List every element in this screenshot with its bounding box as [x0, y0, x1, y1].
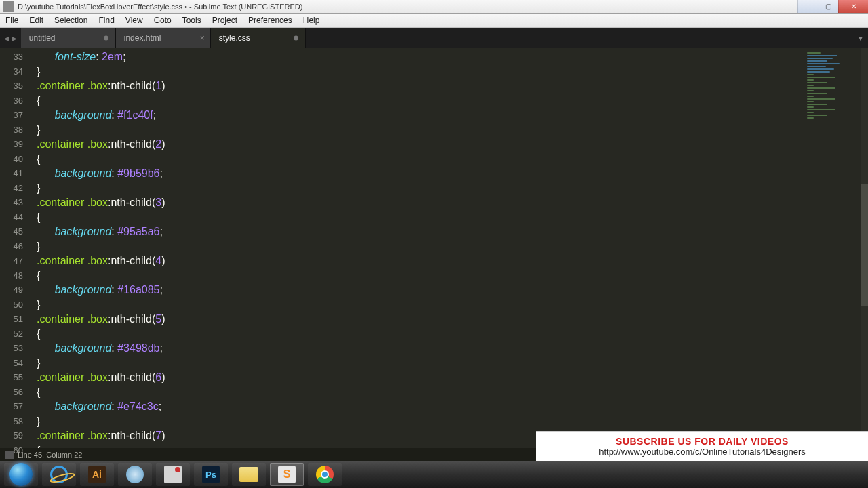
- menu-view[interactable]: View: [120, 14, 149, 27]
- code-line[interactable]: background: #f1c40f;: [37, 108, 868, 123]
- line-number: 49: [0, 283, 23, 298]
- tab-label: untitled: [29, 33, 56, 43]
- line-number-gutter: 3334353637383940414243444546474849505152…: [0, 48, 30, 448]
- menu-find[interactable]: Find: [93, 14, 119, 27]
- menu-help[interactable]: Help: [298, 14, 326, 27]
- tab-style-css[interactable]: style.css: [211, 28, 306, 48]
- line-number: 57: [0, 399, 23, 414]
- menu-selection[interactable]: Selection: [49, 14, 93, 27]
- ie-icon: [50, 466, 68, 483]
- minimize-button[interactable]: —: [797, 0, 818, 13]
- subscribe-banner: SUBSCRIBE US FOR DAILY VIDEOS http://www…: [536, 431, 868, 461]
- modified-dot-icon: [294, 36, 298, 41]
- line-number: 39: [0, 137, 23, 152]
- code-line[interactable]: }: [37, 181, 868, 196]
- code-line[interactable]: font-size: 2em;: [37, 49, 868, 64]
- line-number: 58: [0, 414, 23, 429]
- line-number: 42: [0, 181, 23, 196]
- vertical-scrollbar[interactable]: [861, 48, 868, 448]
- code-line[interactable]: .container .box:nth-child(2): [37, 137, 868, 152]
- code-line[interactable]: {: [37, 327, 868, 342]
- code-line[interactable]: background: #16a085;: [37, 283, 868, 298]
- taskbar-sublime[interactable]: S: [270, 463, 304, 486]
- code-content[interactable]: font-size: 2em;}.container .box:nth-chil…: [30, 48, 868, 448]
- line-number: 45: [0, 224, 23, 239]
- code-line[interactable]: .container .box:nth-child(3): [37, 195, 868, 210]
- tab-index-html[interactable]: index.html ×: [116, 28, 211, 48]
- line-number: 59: [0, 428, 23, 443]
- code-line[interactable]: }: [37, 239, 868, 254]
- sublime-icon: S: [278, 466, 296, 483]
- menu-goto[interactable]: Goto: [149, 14, 177, 27]
- code-line[interactable]: }: [37, 356, 868, 371]
- code-line[interactable]: }: [37, 64, 868, 79]
- line-number: 52: [0, 327, 23, 342]
- taskbar-photoshop[interactable]: Ps: [194, 463, 228, 486]
- tab-label: style.css: [219, 33, 250, 43]
- code-line[interactable]: .container .box:nth-child(1): [37, 79, 868, 94]
- code-line[interactable]: background: #9b59b6;: [37, 166, 868, 181]
- line-number: 34: [0, 64, 23, 79]
- modified-dot-icon: [104, 36, 108, 41]
- code-line[interactable]: {: [37, 385, 868, 400]
- menu-tools[interactable]: Tools: [177, 14, 207, 27]
- line-number: 54: [0, 356, 23, 371]
- maximize-button[interactable]: ▢: [818, 0, 838, 13]
- code-line[interactable]: background: #e74c3c;: [37, 399, 868, 414]
- line-number: 44: [0, 210, 23, 225]
- minimap[interactable]: [807, 52, 861, 134]
- banner-url: http://www.youtube.com/c/OnlineTutorials…: [599, 447, 805, 457]
- window-controls: — ▢ ✕: [797, 0, 868, 13]
- line-number: 43: [0, 195, 23, 210]
- tab-untitled[interactable]: untitled: [21, 28, 116, 48]
- code-line[interactable]: {: [37, 152, 868, 167]
- menu-edit[interactable]: Edit: [24, 14, 49, 27]
- code-line[interactable]: .container .box:nth-child(5): [37, 312, 868, 327]
- taskbar-chrome[interactable]: [308, 463, 342, 486]
- menu-file[interactable]: File: [0, 14, 24, 27]
- code-line[interactable]: }: [37, 414, 868, 429]
- taskbar-ie[interactable]: [42, 463, 76, 486]
- illustrator-icon: Ai: [88, 466, 106, 483]
- window-titlebar: D:\youtube Tutorials\FlexBoxHoverEffect\…: [0, 0, 868, 14]
- safari-icon: [126, 466, 144, 483]
- window-title: D:\youtube Tutorials\FlexBoxHoverEffect\…: [16, 3, 797, 11]
- code-line[interactable]: .container .box:nth-child(6): [37, 370, 868, 385]
- line-number: 37: [0, 108, 23, 123]
- menu-project[interactable]: Project: [207, 14, 243, 27]
- close-icon[interactable]: ×: [200, 33, 205, 43]
- code-line[interactable]: {: [37, 268, 868, 283]
- tab-overflow-icon[interactable]: ▼: [857, 35, 864, 42]
- code-line[interactable]: {: [37, 210, 868, 225]
- line-number: 47: [0, 253, 23, 268]
- line-number: 35: [0, 79, 23, 94]
- code-line[interactable]: }: [37, 123, 868, 138]
- menu-bar: File Edit Selection Find View Goto Tools…: [0, 14, 868, 28]
- line-number: 55: [0, 370, 23, 385]
- chrome-icon: [316, 466, 334, 483]
- code-line[interactable]: {: [37, 94, 868, 108]
- code-line[interactable]: background: #95a5a6;: [37, 224, 868, 239]
- windows-orb-icon: [9, 463, 33, 486]
- app-icon: [3, 1, 14, 12]
- line-number: 60: [0, 443, 23, 458]
- start-button[interactable]: [4, 463, 38, 486]
- menu-preferences[interactable]: Preferences: [243, 14, 298, 27]
- taskbar-illustrator[interactable]: Ai: [80, 463, 114, 486]
- editor-area[interactable]: 3334353637383940414243444546474849505152…: [0, 48, 868, 448]
- taskbar-safari[interactable]: [118, 463, 152, 486]
- taskbar-encoder[interactable]: [156, 463, 190, 486]
- close-button[interactable]: ✕: [838, 0, 868, 13]
- scrollbar-thumb[interactable]: [861, 184, 868, 306]
- code-line[interactable]: }: [37, 298, 868, 312]
- folder-icon: [239, 467, 258, 482]
- line-number: 53: [0, 341, 23, 356]
- line-number: 51: [0, 312, 23, 327]
- code-line[interactable]: .container .box:nth-child(4): [37, 253, 868, 268]
- windows-taskbar: Ai Ps S: [0, 461, 868, 488]
- line-number: 38: [0, 123, 23, 138]
- taskbar-explorer[interactable]: [232, 463, 266, 486]
- code-line[interactable]: background: #3498db;: [37, 341, 868, 356]
- tab-nav-arrows[interactable]: ◀ ▶: [0, 28, 21, 48]
- line-number: 33: [0, 49, 23, 64]
